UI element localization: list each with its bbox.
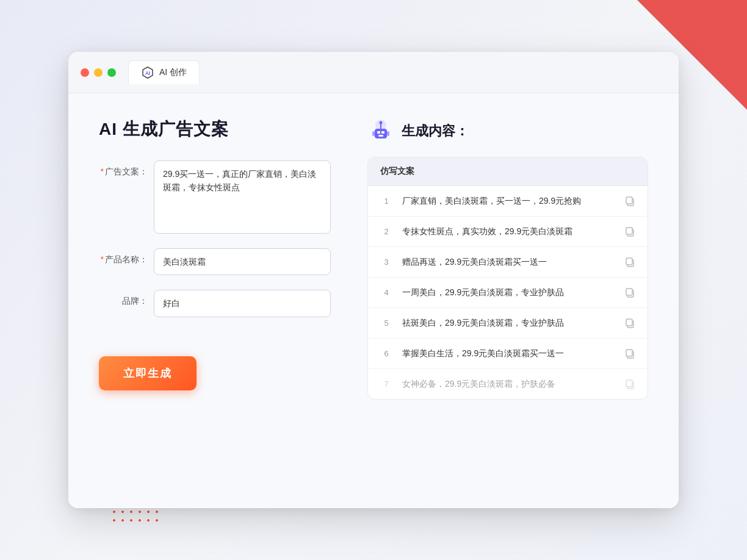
browser-window: AI AI 创作 AI 生成广告文案 *广告文案： 29.9买一送一，真正的厂家… <box>68 52 679 508</box>
copy-icon-6[interactable] <box>624 348 635 359</box>
result-header: 生成内容： <box>367 118 648 145</box>
svg-rect-22 <box>626 350 632 356</box>
row-text-7: 女神必备，29.9元美白淡斑霜，护肤必备 <box>402 378 615 390</box>
ad-copy-label: *广告文案： <box>99 160 154 178</box>
svg-rect-12 <box>626 197 632 204</box>
row-num-4: 4 <box>380 288 392 297</box>
maximize-button[interactable] <box>107 68 116 77</box>
result-table: 仿写文案 1 厂家直销，美白淡斑霜，买一送一，29.9元抢购 2 专抹女性斑点，… <box>367 157 648 400</box>
svg-text:AI: AI <box>145 71 150 76</box>
row-text-1: 厂家直销，美白淡斑霜，买一送一，29.9元抢购 <box>402 195 615 207</box>
result-row: 2 专抹女性斑点，真实功效，29.9元美白淡斑霜 <box>368 217 648 247</box>
result-row: 5 祛斑美白，29.9元美白淡斑霜，专业护肤品 <box>368 308 648 339</box>
ai-tab-icon: AI <box>141 66 154 79</box>
ad-copy-group: *广告文案： 29.9买一送一，真正的厂家直销，美白淡斑霜，专抹女性斑点 <box>99 160 331 234</box>
row-num-6: 6 <box>380 349 392 358</box>
brand-group: 品牌： <box>99 290 331 317</box>
row-text-2: 专抹女性斑点，真实功效，29.9元美白淡斑霜 <box>402 225 615 238</box>
svg-point-8 <box>380 121 383 124</box>
result-table-header: 仿写文案 <box>368 157 648 186</box>
row-num-2: 2 <box>380 227 392 236</box>
row-text-5: 祛斑美白，29.9元美白淡斑霜，专业护肤品 <box>402 317 615 329</box>
svg-rect-9 <box>372 131 375 136</box>
brand-input[interactable] <box>154 290 331 317</box>
copy-icon-7[interactable] <box>624 379 635 390</box>
page-title: AI 生成广告文案 <box>99 118 331 141</box>
row-text-6: 掌握美白生活，29.9元美白淡斑霜买一送一 <box>402 347 615 360</box>
svg-rect-10 <box>387 131 389 136</box>
result-row: 4 一周美白，29.9元美白淡斑霜，专业护肤品 <box>368 278 648 308</box>
row-text-3: 赠品再送，29.9元美白淡斑霜买一送一 <box>402 256 615 268</box>
browser-tab[interactable]: AI AI 创作 <box>128 60 200 84</box>
tab-label: AI 创作 <box>159 67 187 78</box>
svg-rect-6 <box>378 135 383 137</box>
robot-icon <box>367 118 394 145</box>
required-star-1: * <box>101 167 104 176</box>
svg-rect-24 <box>626 380 632 387</box>
result-row-faded: 7 女神必备，29.9元美白淡斑霜，护肤必备 <box>368 369 648 399</box>
svg-rect-20 <box>626 319 632 326</box>
result-title: 生成内容： <box>402 122 469 140</box>
main-content: AI 生成广告文案 *广告文案： 29.9买一送一，真正的厂家直销，美白淡斑霜，… <box>68 93 679 508</box>
minimize-button[interactable] <box>94 68 103 77</box>
row-num-3: 3 <box>380 257 392 267</box>
result-row: 6 掌握美白生活，29.9元美白淡斑霜买一送一 <box>368 339 648 369</box>
product-name-group: *产品名称： <box>99 248 331 275</box>
result-row: 3 赠品再送，29.9元美白淡斑霜买一送一 <box>368 247 648 278</box>
row-text-4: 一周美白，29.9元美白淡斑霜，专业护肤品 <box>402 286 615 299</box>
copy-icon-2[interactable] <box>624 226 635 237</box>
copy-icon-3[interactable] <box>624 257 635 268</box>
traffic-lights <box>81 68 116 77</box>
svg-rect-18 <box>626 289 632 295</box>
row-num-1: 1 <box>380 196 392 206</box>
copy-icon-4[interactable] <box>624 287 635 298</box>
right-panel: 生成内容： 仿写文案 1 厂家直销，美白淡斑霜，买一送一，29.9元抢购 2 专… <box>367 118 648 484</box>
close-button[interactable] <box>81 68 89 77</box>
svg-rect-5 <box>381 131 384 134</box>
svg-rect-16 <box>626 258 632 265</box>
copy-icon-1[interactable] <box>624 196 635 207</box>
generate-button[interactable]: 立即生成 <box>99 356 197 390</box>
result-row: 1 厂家直销，美白淡斑霜，买一送一，29.9元抢购 <box>368 186 648 217</box>
required-star-2: * <box>101 254 104 264</box>
svg-rect-4 <box>377 131 380 134</box>
svg-rect-3 <box>375 129 387 138</box>
product-name-label: *产品名称： <box>99 248 154 265</box>
title-bar: AI AI 创作 <box>68 52 679 93</box>
svg-rect-14 <box>626 228 632 234</box>
copy-icon-5[interactable] <box>624 318 635 329</box>
brand-label: 品牌： <box>99 290 154 307</box>
ad-copy-input[interactable]: 29.9买一送一，真正的厂家直销，美白淡斑霜，专抹女性斑点 <box>154 160 331 234</box>
row-num-5: 5 <box>380 318 392 328</box>
product-name-input[interactable] <box>154 248 331 275</box>
row-num-7: 7 <box>380 379 392 389</box>
left-panel: AI 生成广告文案 *广告文案： 29.9买一送一，真正的厂家直销，美白淡斑霜，… <box>99 118 331 484</box>
